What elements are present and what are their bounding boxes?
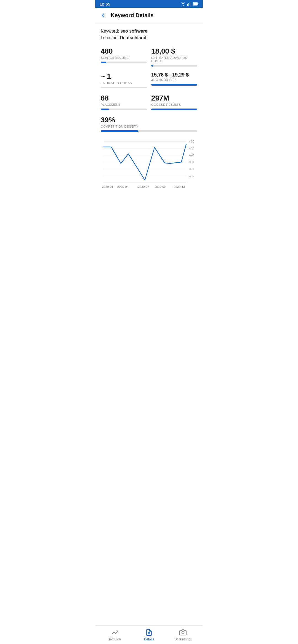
- svg-rect-0: [187, 4, 188, 6]
- keyword-line: Keyword: seo software: [101, 29, 197, 34]
- wifi-icon: [181, 2, 186, 6]
- location-line: Location: Deutschland: [101, 35, 197, 40]
- stats-grid: 480 SEARCH VOLUME 18,00 $ ESTIMATED ADWO…: [101, 47, 197, 110]
- svg-rect-3: [191, 2, 191, 6]
- svg-rect-2: [190, 2, 190, 6]
- battery-icon: [193, 2, 198, 6]
- stat-placement: 68 PLACEMENT: [101, 94, 147, 110]
- google-results-progress-fill: [151, 109, 197, 110]
- status-icons: [181, 2, 198, 6]
- placement-value: 68: [101, 94, 147, 102]
- adwords-costs-label: ESTIMATED ADWORDS COSTS: [151, 56, 197, 63]
- placement-progress-fill: [101, 109, 109, 110]
- adwords-costs-progress-bar: [151, 65, 197, 67]
- location-value: Deutschland: [120, 35, 146, 40]
- page-title: Keyword Details: [111, 12, 154, 19]
- estimated-clicks-progress-fill: [101, 87, 102, 88]
- competition-density-progress-fill: [101, 130, 139, 132]
- svg-text:480: 480: [189, 140, 194, 143]
- svg-text:450: 450: [189, 147, 194, 150]
- svg-rect-6: [198, 3, 198, 4]
- adwords-costs-progress-fill: [151, 65, 153, 67]
- search-volume-label: SEARCH VOLUME: [101, 56, 147, 59]
- svg-text:360: 360: [189, 167, 194, 171]
- main-content: Keyword: seo software Location: Deutschl…: [95, 23, 203, 200]
- status-time: 12:55: [100, 2, 110, 6]
- svg-text:330: 330: [189, 174, 194, 178]
- search-volume-progress-bar: [101, 62, 147, 63]
- svg-text:420: 420: [189, 154, 194, 157]
- svg-text:2020-09: 2020-09: [155, 185, 166, 188]
- status-bar: 12:55: [95, 0, 203, 8]
- stat-adwords-cpc: 15,78 $ - 19,29 $ ADWORDS CPC: [151, 72, 197, 88]
- search-volume-progress-fill: [101, 62, 106, 63]
- location-label: Location:: [101, 35, 119, 40]
- google-results-value: 297M: [151, 94, 197, 102]
- svg-text:2020-01: 2020-01: [102, 185, 113, 188]
- google-results-progress-bar: [151, 109, 197, 110]
- adwords-cpc-label: ADWORDS CPC: [151, 78, 197, 82]
- keyword-label: Keyword:: [101, 29, 119, 33]
- placement-progress-bar: [101, 109, 147, 110]
- adwords-cpc-progress-bar: [151, 84, 197, 86]
- keyword-info: Keyword: seo software Location: Deutschl…: [101, 29, 197, 40]
- chart-container: 480 450 420 390 360 330 2020-01 2020-04 …: [101, 139, 197, 200]
- stat-estimated-clicks: ~ 1 ESTIMATED CLICKS: [101, 72, 147, 88]
- line-chart: 480 450 420 390 360 330 2020-01 2020-04 …: [101, 139, 197, 199]
- google-results-label: GOOGLE RESULTS: [151, 103, 197, 106]
- svg-text:2020-04: 2020-04: [117, 185, 128, 188]
- competition-density-value: 39%: [101, 116, 197, 124]
- placement-label: PLACEMENT: [101, 103, 147, 106]
- keyword-value: seo software: [120, 29, 147, 33]
- stat-search-volume: 480 SEARCH VOLUME: [101, 47, 147, 67]
- estimated-clicks-label: ESTIMATED CLICKS: [101, 81, 147, 85]
- svg-rect-5: [193, 3, 197, 5]
- svg-text:390: 390: [189, 160, 194, 164]
- adwords-cpc-progress-fill: [151, 84, 197, 86]
- estimated-clicks-progress-bar: [101, 87, 147, 88]
- estimated-clicks-value: ~ 1: [101, 72, 147, 81]
- stat-google-results: 297M GOOGLE RESULTS: [151, 94, 197, 110]
- svg-text:2020-07: 2020-07: [138, 185, 149, 188]
- back-button[interactable]: [100, 12, 106, 19]
- search-volume-value: 480: [101, 47, 147, 56]
- competition-density-progress-bar: [101, 130, 197, 132]
- svg-rect-1: [188, 3, 189, 6]
- adwords-cpc-value: 15,78 $ - 19,29 $: [151, 72, 197, 78]
- signal-icon: [187, 2, 191, 6]
- stat-adwords-costs: 18,00 $ ESTIMATED ADWORDS COSTS: [151, 47, 197, 67]
- svg-text:2020-12: 2020-12: [174, 185, 185, 188]
- header: Keyword Details: [95, 8, 203, 23]
- competition-density-label: COMPETITION DENSITY: [101, 125, 197, 128]
- adwords-costs-value: 18,00 $: [151, 47, 197, 56]
- stat-competition-density: 39% COMPETITION DENSITY: [101, 116, 197, 132]
